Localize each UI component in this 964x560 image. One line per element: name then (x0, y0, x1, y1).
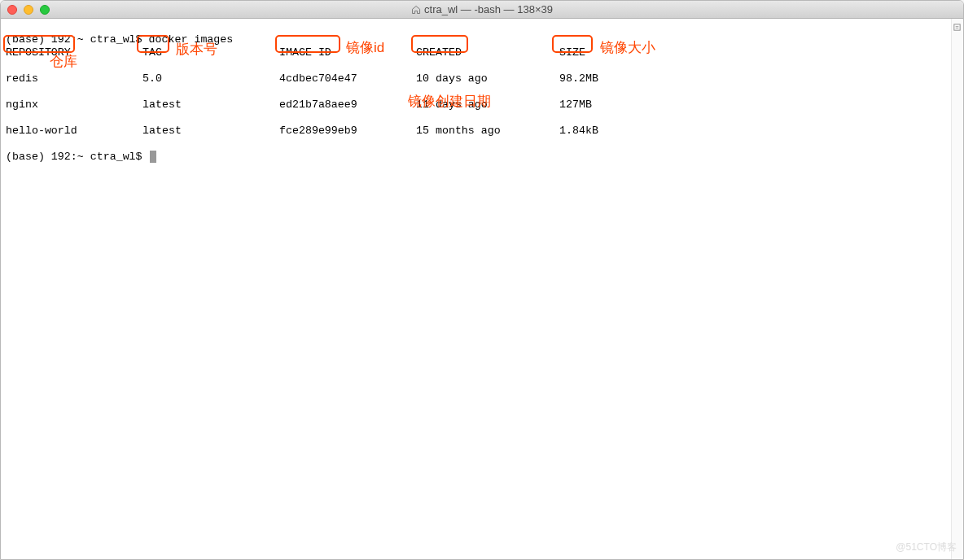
header-created: CREATED (416, 46, 559, 59)
cell-created: 11 days ago (416, 98, 559, 112)
idle-prompt: (base) 192:~ ctra_wl$ (6, 151, 156, 163)
scroll-indicator-icon (953, 20, 962, 29)
cursor (150, 151, 156, 163)
cell-tag: 5.0 (142, 72, 279, 85)
cell-size: 98.2MB (559, 72, 598, 85)
window-title: ctra_wl — -bash — 138×39 (411, 3, 553, 15)
svg-rect-0 (954, 24, 960, 30)
header-image-id: IMAGE ID (279, 46, 416, 59)
home-icon (411, 5, 421, 15)
cell-image-id: ed21b7a8aee9 (279, 98, 416, 112)
header-row: REPOSITORYTAGIMAGE IDCREATEDSIZE (6, 46, 958, 59)
terminal-content[interactable]: (base) 192:~ ctra_wl$ docker images REPO… (1, 19, 963, 559)
maximize-button[interactable] (40, 5, 50, 15)
cell-repository: nginx (6, 98, 142, 112)
watermark: @51CTO博客 (896, 540, 957, 554)
close-button[interactable] (7, 5, 17, 15)
traffic-lights (7, 5, 50, 15)
table-row: hello-worldlatestfce289e99eb915 months a… (6, 125, 958, 138)
cell-created: 15 months ago (416, 125, 559, 138)
cell-size: 127MB (559, 98, 592, 112)
command-line: (base) 192:~ ctra_wl$ docker images (6, 33, 233, 46)
cell-image-id: fce289e99eb9 (279, 125, 416, 138)
cell-repository: redis (6, 72, 142, 85)
table-row: redis5.04cdbec704e4710 days ago98.2MB (6, 72, 958, 85)
scrollbar[interactable] (951, 19, 963, 559)
window-titlebar: ctra_wl — -bash — 138×39 (1, 1, 963, 19)
cell-size: 1.84kB (559, 125, 598, 138)
prompt-text: (base) 192:~ ctra_wl$ (6, 151, 149, 163)
cell-tag: latest (142, 125, 279, 138)
cell-image-id: 4cdbec704e47 (279, 72, 416, 85)
window-title-text: ctra_wl — -bash — 138×39 (424, 3, 553, 15)
header-tag: TAG (142, 46, 279, 59)
cell-repository: hello-world (6, 125, 142, 138)
cell-created: 10 days ago (416, 72, 559, 85)
minimize-button[interactable] (24, 5, 33, 15)
cell-tag: latest (142, 98, 279, 112)
table-row: nginxlatested21b7a8aee911 days ago127MB (6, 98, 958, 112)
header-repository: REPOSITORY (6, 46, 142, 59)
terminal-window: ctra_wl — -bash — 138×39 (base) 192:~ ct… (0, 0, 964, 560)
header-size: SIZE (559, 46, 585, 59)
